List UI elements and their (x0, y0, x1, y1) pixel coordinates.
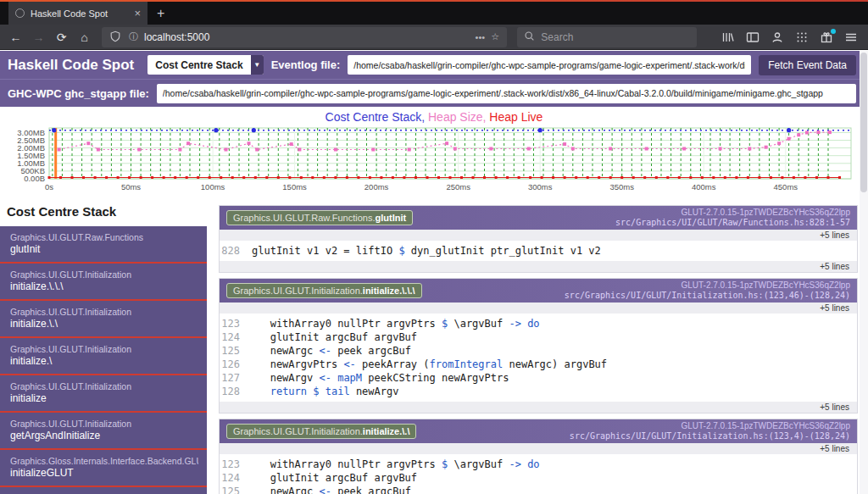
package-id: GLUT-2.7.0.15-1pzTWDEZBcYHcS36qZ2lpp (570, 421, 850, 431)
cost-centre-item[interactable]: Graphics.Gloss.Internals.Interface.Backe… (0, 487, 207, 494)
svg-text:150ms: 150ms (282, 182, 307, 191)
search-bar[interactable] (517, 27, 697, 47)
heap-chart: 3.00MB2.50MB2.00MB1.50MB1.00MB500KB0.00B… (3, 125, 856, 194)
line-number: 127 (220, 371, 252, 385)
menu-icon[interactable] (844, 31, 858, 44)
code-token: newArgv (252, 372, 319, 384)
app-title: Haskell Code Spot (8, 57, 134, 74)
new-tab-button[interactable]: + (147, 6, 174, 21)
code-panels-area: Graphics.UI.GLUT.Raw.Functions.glutInitG… (219, 197, 858, 494)
expand-lines-above[interactable]: +5 lines (220, 443, 857, 454)
code-token: peek argcBuf (331, 345, 411, 357)
code-line: 124 glutInit argcBuf argvBuf (220, 330, 857, 344)
svg-text:250ms: 250ms (446, 182, 470, 191)
heap-chart-section: Cost Centre Stack, Heap Size, Heap Live … (0, 107, 868, 197)
page-actions-icon[interactable]: ••• (476, 32, 486, 42)
cost-centre-sidebar: Cost Centre Stack Graphics.UI.GLUT.Raw.F… (0, 197, 207, 494)
code-token: glutInit argcBuf argvBuf (252, 331, 417, 343)
cost-centre-function: initializeGLUT (10, 467, 198, 480)
code-token: newArgc (252, 486, 319, 494)
browser-tab[interactable]: Haskell Code Spot × (8, 2, 147, 25)
chart-plot-area: 3.00MB2.50MB2.00MB1.50MB1.00MB500KB0.00B… (0, 125, 868, 194)
code-line: 128 return $ tail newArgv (220, 385, 857, 398)
tab-title: Haskell Code Spot (31, 8, 128, 19)
code-line: 127 newArgv <- mapM peekCString newArgvP… (220, 371, 857, 385)
code-token: tail (326, 386, 350, 397)
sidebar-toggle-icon[interactable] (746, 31, 760, 44)
expand-lines-below[interactable]: +5 lines (220, 402, 857, 413)
cost-centre-function: initialize.\.\.\ (10, 280, 198, 293)
eventlog-input[interactable] (348, 55, 751, 75)
code-panel: Graphics.UI.GLUT.Initialization.initiali… (219, 278, 858, 414)
code-block: 123 withArray0 nullPtr argvPtrs $ \argvB… (220, 314, 857, 402)
code-text: newArgvPtrs <- peekArray (fromIntegral n… (252, 358, 607, 371)
url-text[interactable]: localhost:5000 (144, 31, 470, 43)
apps-grid-icon[interactable] (795, 31, 809, 44)
cost-centre-item[interactable]: Graphics.UI.GLUT.Initializationinitializ… (0, 375, 207, 413)
cost-centre-item[interactable]: Graphics.UI.GLUT.InitializationgetArgsAn… (0, 413, 207, 450)
lower-content: Cost Centre Stack Graphics.UI.GLUT.Raw.F… (0, 197, 868, 494)
stgapp-input[interactable] (157, 84, 856, 103)
code-token: do (527, 458, 539, 470)
library-icon[interactable] (721, 31, 735, 44)
chart-title-segment: Heap Size, (425, 110, 486, 124)
home-icon[interactable]: ⌂ (74, 27, 95, 47)
cost-centre-item[interactable]: Graphics.UI.GLUT.Initializationinitializ… (0, 264, 207, 301)
cost-centre-item[interactable]: Graphics.UI.GLUT.Initializationinitializ… (0, 338, 207, 375)
badge-module-prefix: Graphics.UI.GLUT.Initialization. (233, 286, 363, 296)
search-input[interactable] (541, 31, 690, 43)
whats-new-icon[interactable] (820, 31, 833, 44)
cost-centre-module: Graphics.UI.GLUT.Initialization (10, 269, 198, 280)
web-page: Haskell Code Spot Cost Centre Stack ▼ Ev… (0, 51, 868, 494)
line-number: 128 (220, 385, 252, 398)
svg-text:400ms: 400ms (692, 182, 716, 191)
url-bar[interactable]: ⓘ localhost:5000 ••• ☆ (102, 27, 507, 47)
code-token: withArray0 nullPtr argvPtrs (252, 458, 442, 470)
expand-lines-above[interactable]: +5 lines (220, 230, 857, 241)
code-panel: Graphics.UI.GLUT.Raw.Functions.glutInitG… (219, 205, 858, 273)
badge-module-prefix: Graphics.UI.GLUT.Initialization. (233, 426, 363, 436)
scrollbar-thumb[interactable] (860, 53, 867, 192)
line-number: 124 (220, 471, 252, 485)
toolbar-icon-cluster (721, 31, 863, 44)
code-text: withArray0 nullPtr argvPtrs $ \argvBuf -… (252, 458, 540, 471)
code-text: newArgc <- peek argcBuf (252, 485, 411, 494)
line-number: 126 (220, 358, 252, 371)
stgapp-label: GHC-WPC ghc_stgapp file: (8, 87, 149, 100)
line-number: 125 (220, 344, 252, 358)
chevron-down-icon: ▼ (251, 55, 264, 75)
fetch-event-data-button[interactable]: Fetch Event Data (759, 55, 856, 75)
code-token: newArgc (252, 345, 319, 357)
badge-function-name: initialize.\.\ (363, 426, 410, 436)
tab-bar: Haskell Code Spot × + (0, 2, 868, 25)
cost-centre-badge[interactable]: Graphics.UI.GLUT.Initialization.initiali… (226, 283, 422, 298)
page-scrollbar[interactable] (860, 51, 868, 494)
sidebar-heading: Cost Centre Stack (0, 197, 207, 226)
search-icon (524, 31, 536, 44)
back-icon[interactable]: ← (5, 27, 26, 47)
eventlog-label: Eventlog file: (271, 58, 341, 71)
cost-centre-badge[interactable]: Graphics.UI.GLUT.Initialization.initiali… (226, 424, 416, 439)
cost-centre-item[interactable]: Graphics.Gloss.Internals.Interface.Backe… (0, 450, 207, 487)
shield-icon[interactable] (109, 31, 123, 44)
tab-close-icon[interactable]: × (134, 7, 141, 19)
bookmark-star-icon[interactable]: ☆ (491, 31, 499, 42)
cost-centre-item[interactable]: Graphics.UI.GLUT.Initializationinitializ… (0, 301, 207, 338)
forward-icon[interactable]: → (28, 27, 49, 47)
cost-centre-badge[interactable]: Graphics.UI.GLUT.Raw.Functions.glutInit (226, 210, 413, 225)
expand-lines-below[interactable]: +5 lines (220, 261, 857, 272)
badge-function-name: glutInit (376, 213, 407, 223)
reload-icon[interactable]: ⟳ (51, 27, 72, 47)
account-icon[interactable] (771, 31, 784, 44)
expand-lines-above[interactable]: +5 lines (220, 303, 857, 314)
site-info-icon[interactable]: ⓘ (129, 31, 138, 43)
view-select[interactable]: Cost Centre Stack ▼ (147, 55, 263, 75)
code-line: 123 withArray0 nullPtr argvPtrs $ \argvB… (220, 317, 857, 330)
code-token: $ (398, 245, 404, 257)
code-token: withArray0 nullPtr argvPtrs (252, 318, 442, 330)
chart-title-segment: Cost Centre Stack, (326, 110, 426, 124)
code-line: 125 newArgc <- peek argcBuf (220, 485, 857, 494)
cost-centre-module: Graphics.UI.GLUT.Initialization (10, 380, 198, 392)
cost-centre-item[interactable]: Graphics.UI.GLUT.Raw.FunctionsglutInit (0, 226, 207, 264)
code-token: -> (509, 318, 520, 330)
